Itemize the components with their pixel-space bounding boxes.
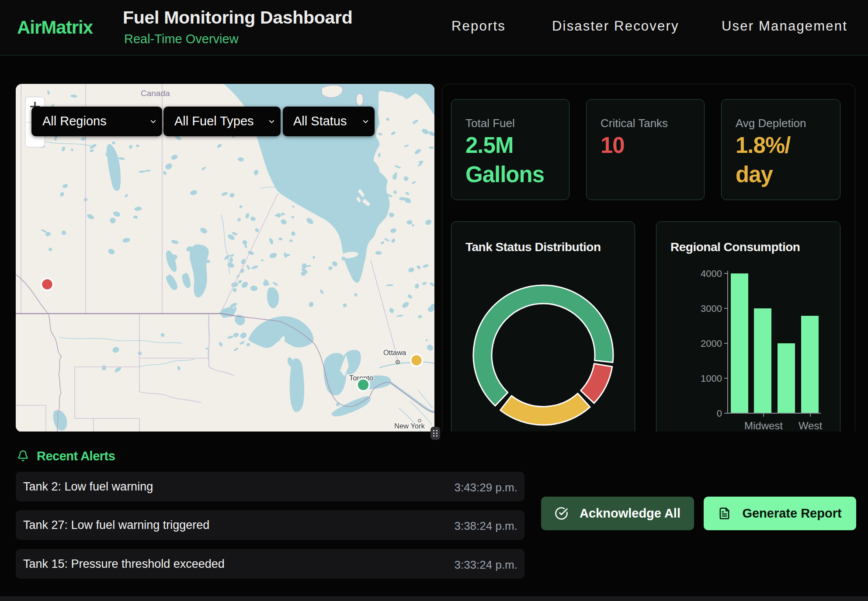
svg-text:0: 0 xyxy=(717,408,722,419)
svg-text:Canada: Canada xyxy=(141,89,170,98)
svg-text:West: West xyxy=(799,420,823,432)
svg-text:Ottawa: Ottawa xyxy=(383,349,406,356)
svg-text:4000: 4000 xyxy=(701,268,722,279)
svg-text:1000: 1000 xyxy=(701,373,722,384)
svg-text:2000: 2000 xyxy=(701,338,722,349)
svg-text:3000: 3000 xyxy=(701,303,722,314)
svg-text:New York: New York xyxy=(394,422,425,430)
svg-text:Midwest: Midwest xyxy=(744,420,783,432)
